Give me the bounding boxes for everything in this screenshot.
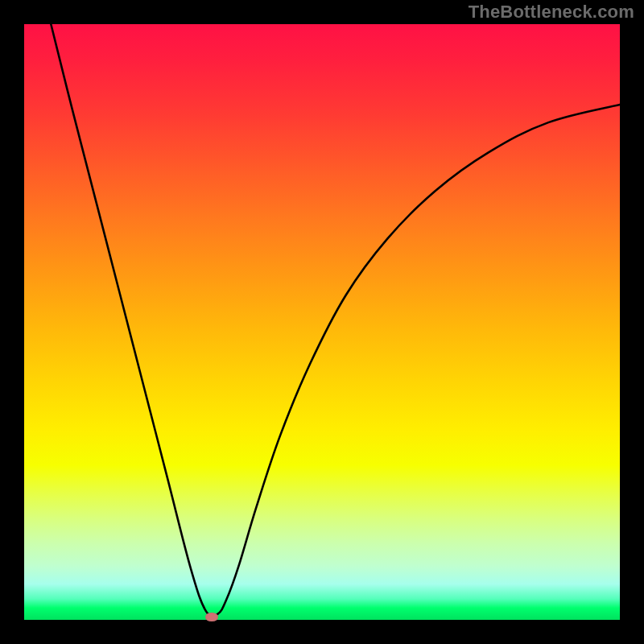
curve-svg xyxy=(24,24,620,620)
chart-frame: TheBottleneck.com xyxy=(0,0,644,644)
bottleneck-curve xyxy=(51,24,620,616)
watermark-label: TheBottleneck.com xyxy=(469,2,634,23)
plot-area xyxy=(24,24,620,620)
minimum-marker xyxy=(205,613,218,621)
